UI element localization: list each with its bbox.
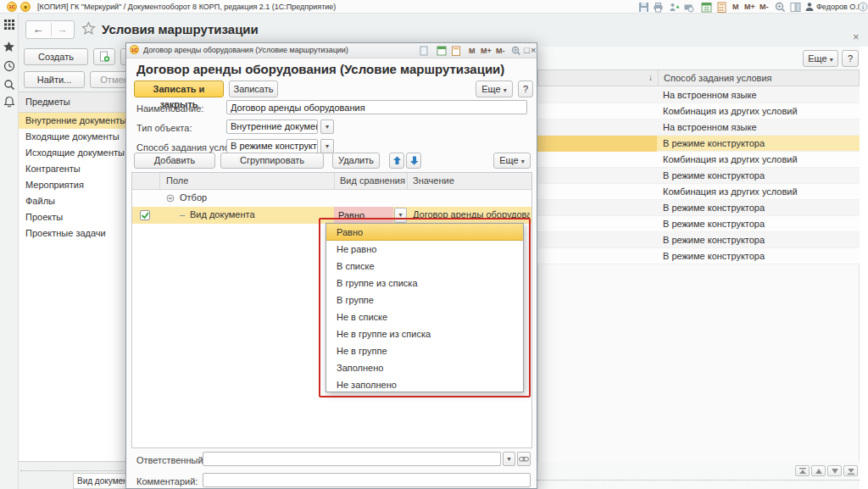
favorite-star-icon[interactable] (81, 21, 96, 36)
chevron-down-icon: ▾ (830, 56, 833, 64)
rules-table-header[interactable]: Поле Вид сравнения Значение (132, 173, 531, 190)
rule-field-name: Вид документа (190, 209, 255, 219)
notifications-bell-icon[interactable] (3, 96, 15, 108)
sidebar-item-incoming-documents[interactable]: Входящие документы (19, 129, 125, 145)
rule-group-row[interactable]: Отбор (132, 190, 531, 207)
calculator-icon[interactable] (451, 46, 461, 56)
send-icon[interactable] (669, 2, 680, 13)
save-icon[interactable] (638, 2, 649, 13)
sidebar-item-project-tasks[interactable]: Проектные задачи (19, 225, 125, 242)
memory-m-plus-button[interactable]: M+ (744, 3, 755, 11)
main-more-button[interactable]: Еще ▾ (803, 50, 838, 67)
dialog-heading: Договор аренды оборудования (Условие мар… (136, 62, 504, 76)
list-row[interactable]: В режиме конструктора (537, 216, 860, 232)
history-clock-icon[interactable] (3, 60, 15, 72)
object-type-dropdown-button[interactable]: ▾ (320, 119, 334, 134)
save-and-close-button[interactable]: Записать и закрыть (134, 81, 224, 97)
condition-method-dropdown-button[interactable]: ▾ (320, 139, 334, 153)
column-header-comparison: Вид сравнения (340, 175, 405, 186)
memory-m-minus-button[interactable]: M- (760, 3, 769, 11)
chevron-down-icon: ▾ (521, 158, 525, 165)
group-row-label: Отбор (180, 192, 207, 203)
create-button[interactable]: Создать (24, 48, 88, 65)
sidebar-item-counterparties[interactable]: Контрагенты (19, 161, 125, 177)
list-row[interactable]: Комбинация из других условий (537, 103, 860, 119)
list-row[interactable]: На встроенном языке (537, 119, 860, 136)
search-icon[interactable] (3, 79, 15, 91)
calendar-icon[interactable] (701, 2, 712, 13)
system-menu-icon[interactable]: ▾ (20, 2, 31, 12)
print-icon[interactable] (653, 2, 664, 13)
split-view-icon[interactable] (790, 2, 801, 13)
column-header-value: Значение (413, 175, 454, 186)
group-rules-button[interactable]: Сгруппировать правила (220, 153, 324, 169)
user-icon (804, 2, 815, 12)
rule-checkbox[interactable] (140, 210, 150, 220)
responsible-dropdown-button[interactable]: ▾ (503, 452, 515, 466)
chevron-down-icon: ▾ (504, 86, 507, 94)
list-row[interactable]: На встроенном языке (537, 87, 860, 103)
condition-method-combo[interactable]: В режиме конструктора (226, 139, 318, 153)
list-row[interactable]: В режиме конструктора (537, 200, 860, 216)
scroll-up-button[interactable] (811, 465, 826, 476)
scroll-to-top-button[interactable] (795, 465, 810, 476)
sidebar-item-outgoing-documents[interactable]: Исходящие документы (19, 145, 125, 161)
add-rule-button[interactable]: Добавить правило (134, 153, 215, 169)
list-row[interactable]: Комбинация из других условий (537, 152, 860, 168)
sidebar-item-internal-documents[interactable]: Внутренние документы (19, 113, 125, 129)
calendar-icon[interactable] (437, 46, 447, 56)
memory-m-button[interactable]: M (469, 47, 476, 55)
name-input[interactable] (226, 100, 527, 114)
list-row[interactable]: В режиме конструктора (537, 248, 860, 264)
main-help-button[interactable]: ? (842, 50, 859, 67)
list-row[interactable]: Комбинация из других условий (537, 184, 860, 200)
1c-dialog-icon: 1С (130, 45, 139, 54)
dialog-title: Договор аренды оборудования (Условие мар… (143, 46, 348, 54)
item-dash-icon: – (180, 209, 185, 219)
sidebar-item-files[interactable]: Файлы (19, 193, 125, 209)
zoom-icon[interactable] (775, 2, 786, 13)
sidebar-item-projects[interactable]: Проекты (19, 209, 125, 225)
back-button[interactable]: ← (26, 21, 50, 38)
maximize-icon[interactable]: □ (524, 45, 530, 55)
responsible-input[interactable] (203, 452, 501, 466)
dialog-titlebar[interactable]: 1С Договор аренды оборудования (Условие … (126, 43, 537, 58)
info-icon[interactable]: i (858, 2, 868, 12)
object-type-combo[interactable]: Внутренние документы (226, 119, 318, 134)
comment-input[interactable] (203, 473, 531, 487)
list-row[interactable]: В режиме конструктора (537, 232, 860, 248)
save-button[interactable]: Записать (229, 81, 278, 97)
column-header-condition-method[interactable]: Способ задания условия (664, 73, 772, 83)
move-down-button[interactable] (406, 153, 421, 169)
forward-button[interactable]: → (50, 21, 74, 38)
scroll-down-button[interactable] (827, 465, 842, 476)
find-button[interactable]: Найти... (24, 71, 85, 88)
favorites-star-icon[interactable] (3, 41, 15, 53)
close-icon[interactable]: × (531, 45, 536, 55)
list-header-row[interactable]: ↓ Способ задания условия (537, 69, 860, 86)
list-group-header[interactable]: Предметы (19, 92, 125, 113)
list-row-selected[interactable]: В режиме конструктора (537, 136, 860, 152)
collapse-icon[interactable] (166, 194, 175, 203)
calculator-icon[interactable] (716, 2, 727, 13)
zoom-icon[interactable] (511, 46, 521, 56)
responsible-link-icon[interactable] (517, 452, 531, 466)
move-up-button[interactable] (389, 153, 404, 169)
left-toolbar (0, 14, 19, 489)
rules-more-button[interactable]: Еще ▾ (493, 153, 531, 169)
page-icon[interactable] (419, 46, 429, 56)
dialog-help-button[interactable]: ? (518, 81, 533, 97)
sidebar-item-events[interactable]: Мероприятия (19, 177, 125, 193)
memory-m-minus-button[interactable]: M- (496, 47, 505, 55)
delete-rule-button[interactable]: Удалить (332, 153, 380, 169)
dialog-more-button[interactable]: Еще ▾ (476, 81, 513, 97)
list-row[interactable]: В режиме конструктора (537, 168, 860, 184)
memory-m-plus-button[interactable]: M+ (481, 47, 492, 55)
menu-grid-icon[interactable] (3, 19, 15, 31)
print-preview-icon[interactable] (683, 2, 694, 13)
scroll-to-bottom-button[interactable] (843, 465, 858, 476)
name-label: Наименование: (136, 103, 203, 114)
close-form-icon[interactable]: × (853, 31, 860, 43)
create-new-document-button[interactable] (93, 48, 115, 65)
memory-m-button[interactable]: M (732, 3, 739, 11)
